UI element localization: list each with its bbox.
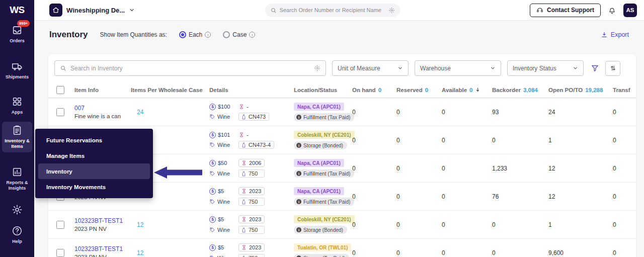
bar-chart-icon <box>12 166 23 178</box>
col-transfer[interactable]: Transf <box>613 87 636 93</box>
available-total: 0 <box>469 87 472 93</box>
sidebar-item-orders[interactable]: 999+ Orders <box>2 22 32 47</box>
sidebar-item-help[interactable]: Help <box>2 222 32 247</box>
sidebar-item-inventory-items[interactable]: Inventory & Items <box>2 122 32 152</box>
inventory-search-input[interactable] <box>70 65 310 72</box>
select-all-checkbox[interactable] <box>56 86 64 94</box>
detail-vintage: 2023 <box>249 188 261 194</box>
company-selector[interactable]: Wineshipping De... <box>49 4 135 17</box>
help-icon <box>12 225 23 236</box>
location-chip: Cobleskill, NY (CE201) <box>294 215 355 223</box>
item-name-link[interactable]: 102323BT-TEST1 <box>74 245 127 252</box>
menu-item-inventory[interactable]: Inventory <box>38 163 150 179</box>
col-details[interactable]: Details <box>209 87 294 93</box>
filter-funnel-icon[interactable] <box>591 64 599 72</box>
unit-of-measure-label: Unit of Measure <box>338 65 380 72</box>
cell-available: 0 <box>442 109 492 116</box>
filter-bar: Unit of Measure Warehouse Inventory Stat… <box>48 54 636 82</box>
detail-price: $5 <box>218 216 224 222</box>
detail-category: Wine <box>217 142 230 148</box>
detail-vintage: 2006 <box>249 160 261 166</box>
sidebar-item-apps[interactable]: Apps <box>2 93 32 118</box>
row-checkbox[interactable] <box>56 249 64 257</box>
col-item-info[interactable]: Item Info <box>74 87 131 93</box>
global-search[interactable] <box>265 4 400 17</box>
item-name-link[interactable]: 102323BT-TEST1 <box>74 217 127 224</box>
cell-transfer: 0 <box>613 249 636 256</box>
detail-price: $101 <box>218 132 230 138</box>
radio-each[interactable]: Each i <box>179 31 211 38</box>
unit-of-measure-select[interactable]: Unit of Measure <box>332 60 409 76</box>
location-chip: Napa, CA (APC01) <box>294 159 344 167</box>
sort-descending-icon[interactable] <box>475 87 480 93</box>
radio-each-circle[interactable] <box>179 31 186 38</box>
col-location-status[interactable]: Location/Status <box>294 87 352 93</box>
contact-support-button[interactable]: Contact Support <box>530 4 601 17</box>
detail-category: Wine <box>217 227 230 233</box>
bottle-icon <box>241 199 247 205</box>
user-avatar[interactable]: AS <box>623 4 637 17</box>
detail-category: Wine <box>217 199 230 205</box>
col-on-hand[interactable]: On hand0 <box>352 87 396 93</box>
row-checkbox[interactable] <box>56 108 64 116</box>
sort-button[interactable] <box>605 61 620 76</box>
radio-each-label: Each <box>189 31 202 38</box>
radio-case[interactable]: Case i <box>223 31 255 38</box>
location-chip-label: Cobleskill, NY (CE201) <box>297 217 351 222</box>
cell-open-po: 24 <box>548 109 613 116</box>
item-name-link[interactable]: 007 <box>74 105 127 112</box>
hourglass-icon <box>238 132 245 138</box>
info-icon: i <box>205 32 211 38</box>
inventory-search[interactable] <box>54 60 326 76</box>
cell-on-hand: 0 <box>352 109 396 116</box>
menu-item-manage-items[interactable]: Manage Items <box>38 148 150 163</box>
inventory-status-select[interactable]: Inventory Status <box>507 60 584 76</box>
row-checkbox[interactable] <box>56 221 64 229</box>
global-search-input[interactable] <box>280 7 385 13</box>
unit-chip: 750 <box>238 169 265 178</box>
tag-icon <box>209 255 215 257</box>
search-settings-gear-icon[interactable] <box>314 65 320 71</box>
sidebar-item-settings[interactable] <box>2 201 32 218</box>
notifications-bell-icon[interactable] <box>608 6 616 15</box>
search-icon <box>270 7 277 14</box>
sidebar-item-shipments[interactable]: Shipments <box>2 58 32 83</box>
gear-icon <box>12 204 23 215</box>
cell-open-po: 12 <box>548 165 613 172</box>
sidebar-item-reports-insights[interactable]: Reports & Insights <box>2 163 32 194</box>
col-items-per-case[interactable]: Items Per Wholesale Case <box>131 87 209 93</box>
sidebar-nav: 999+ Orders Shipments Apps Inventory & I… <box>0 16 34 247</box>
export-button[interactable]: Export <box>601 31 629 38</box>
search-icon <box>60 65 66 71</box>
item-desc: Fine wine is a can <box>74 113 127 119</box>
warehouse-select[interactable]: Warehouse <box>415 60 501 76</box>
dollar-icon: $ <box>209 104 216 110</box>
detail-vintage: 2023 <box>249 244 261 250</box>
status-chip: i Storage (Bonded) <box>294 226 347 234</box>
detail-unit: 750 <box>249 199 258 205</box>
col-reserved[interactable]: Reserved0 <box>396 87 442 93</box>
info-icon: i <box>296 199 301 204</box>
vintage-chip: 2006 <box>238 159 265 167</box>
col-backorder[interactable]: Backorder3,084 <box>492 87 548 93</box>
category-detail: Wine <box>209 227 235 233</box>
search-settings-gear-icon[interactable] <box>388 7 395 14</box>
col-open-po-to[interactable]: Open PO/TO19,288 <box>548 87 613 93</box>
warehouse-label: Warehouse <box>420 65 451 72</box>
detail-category: Wine <box>217 255 230 257</box>
unit-chip: 750 <box>238 198 265 206</box>
sidebar-item-label: Help <box>12 239 22 244</box>
page-toolbar: Inventory Show Item Quantities as: Each … <box>34 21 644 40</box>
col-available[interactable]: Available0 <box>442 87 492 93</box>
category-detail: Wine <box>209 199 235 205</box>
price-detail: $ $50 <box>209 160 235 166</box>
radio-case-circle[interactable] <box>223 31 230 38</box>
cell-on-hand: 0 <box>352 193 396 200</box>
tag-icon <box>209 114 215 120</box>
table-row: 007 Fine wine is a can 24 $ $100 - Wine … <box>48 98 636 126</box>
menu-item-future-reservations[interactable]: Future Reservations <box>38 132 150 148</box>
case-qty: 12 <box>131 221 209 228</box>
menu-item-inventory-movements[interactable]: Inventory Movements <box>38 179 150 195</box>
on-hand-total: 0 <box>378 87 381 93</box>
sidebar-item-label: Shipments <box>6 74 29 80</box>
